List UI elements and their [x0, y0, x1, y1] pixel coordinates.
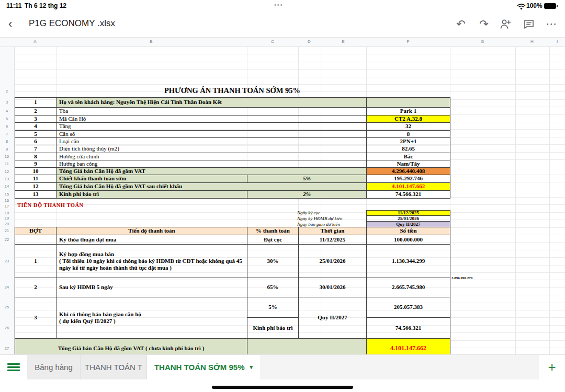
row-header-21[interactable]: 21	[0, 228, 14, 233]
cell-b7-unit-no-label[interactable]: Căn số	[56, 131, 367, 138]
row-header-16[interactable]: 16	[0, 198, 14, 203]
cell-a8[interactable]: 6	[15, 138, 56, 145]
cell-b9-area-label[interactable]: Diện tích thông thủy (m2)	[56, 145, 367, 153]
sheet-menu-button[interactable]	[0, 355, 27, 379]
redo-icon[interactable]: ↷	[476, 16, 492, 32]
cell-e25-time[interactable]: Quý II/2027	[299, 297, 367, 339]
cell-total-label[interactable]: Tổng Giá bán Căn Hộ đã gồm VAT ( chưa ki…	[15, 339, 247, 354]
row-header-15[interactable]: 15	[0, 192, 14, 197]
cell-b3-customer-name[interactable]: Họ và tên khách hàng: Nguyễn Thệ Hiện Cá…	[56, 98, 367, 108]
cell-f7-unit-no[interactable]: 8	[367, 131, 450, 138]
cell-b5-unit-code-label[interactable]: Mã Căn Hộ	[56, 116, 367, 123]
column-header-F[interactable]: F	[407, 39, 410, 44]
cell-a6[interactable]: 4	[15, 123, 56, 131]
row-header-9[interactable]: 9	[0, 147, 14, 152]
cell-a24-stage[interactable]: 2	[15, 278, 56, 297]
cell-b23-desc[interactable]: Ký hợp đồng mua bán ( Tối thiểu 10 ngày …	[56, 245, 247, 278]
cell-f4-tower[interactable]: Park 1	[367, 108, 450, 116]
home-indicator[interactable]	[212, 386, 353, 389]
cell-b14-net-price-label[interactable]: Tổng Giá bán Căn Hộ đã gồm VAT sau chiết…	[56, 183, 367, 191]
column-header-H[interactable]: H	[530, 39, 534, 44]
row-header-12[interactable]: 12	[0, 169, 14, 174]
row-header-26[interactable]: 26	[0, 326, 14, 330]
cell-f14-net-price[interactable]: 4.101.147.662	[367, 183, 450, 191]
row-header-14[interactable]: 14	[0, 184, 14, 189]
row-header-25[interactable]: 25	[0, 305, 14, 309]
cell-f22-amount[interactable]: 100.000.000	[367, 235, 450, 245]
cell-f11-balcony[interactable]: Nam/Tây	[367, 160, 450, 168]
row-header-13[interactable]: 13	[0, 177, 14, 181]
tab-bang-hang[interactable]: Bảng hàng	[27, 355, 81, 379]
header-stage[interactable]: ĐỢT	[15, 227, 56, 235]
cell-f24-amount[interactable]: 2.665.745.980	[367, 278, 450, 297]
header-percent[interactable]: % thanh toán	[247, 227, 299, 235]
row-header-27[interactable]: 27	[0, 346, 14, 351]
cell-b15-maintenance-label[interactable]: Kinh phí bảo trì	[56, 191, 247, 199]
cell-f6-floor[interactable]: 32	[367, 123, 450, 131]
cell-a4[interactable]: 2	[15, 108, 56, 116]
cell-b13-discount-label[interactable]: Chiết khấu thanh toán sớm	[56, 175, 247, 183]
comments-icon[interactable]	[521, 16, 537, 32]
column-header-D[interactable]: D	[308, 39, 311, 44]
column-header-A[interactable]: A	[33, 39, 36, 44]
handover-date-label[interactable]: Ngày bàn giao dự kiến	[297, 222, 340, 227]
deposit-date-value[interactable]: 11/12/2025	[367, 211, 450, 216]
cell-b10-door-label[interactable]: Hướng cửa chính	[56, 153, 367, 160]
side-note-value[interactable]: 3.896.090.279	[451, 276, 472, 280]
undo-icon[interactable]: ↶	[453, 16, 469, 32]
cell-a12[interactable]: 10	[15, 168, 56, 175]
column-header-E[interactable]: E	[342, 39, 344, 44]
cell-c13-discount-pct[interactable]: 5%	[247, 175, 367, 183]
cell-a15[interactable]: 13	[15, 191, 56, 199]
cell-c26-maintenance[interactable]: Kinh phí bảo trì	[247, 318, 299, 339]
cell-c22-percent[interactable]: Đặt cọc	[247, 235, 299, 245]
cell-a23-stage[interactable]: 1	[15, 245, 56, 278]
more-menu-icon[interactable]: ⋯	[543, 16, 560, 32]
cell-f25-amount[interactable]: 205.057.383	[367, 297, 450, 318]
contract-date-label[interactable]: Ngày ký HĐMB dự kiến	[297, 216, 342, 221]
cell-f13-discount-amount[interactable]: 195.292.746	[367, 175, 450, 183]
cell-a13[interactable]: 11	[15, 175, 56, 183]
cell-b12-total-price-label[interactable]: Tổng Giá bán Căn Hộ đã gồm VAT	[56, 168, 367, 175]
row-header-19[interactable]: 19	[0, 216, 14, 221]
deposit-date-label[interactable]: Ngày ký cọc	[297, 210, 320, 215]
cell-f5-unit-code[interactable]: CT2 A.32.8	[367, 116, 450, 123]
cell-total-spacer[interactable]	[247, 339, 367, 354]
row-header-20[interactable]: 20	[0, 222, 14, 226]
multitasking-grip-icon[interactable]: •••	[274, 2, 284, 8]
cell-f8-unit-type[interactable]: 2PN+1	[367, 138, 450, 145]
cell-a11[interactable]: 9	[15, 160, 56, 168]
row-header-7[interactable]: 7	[0, 132, 14, 136]
cell-b8-unit-type-label[interactable]: Loại căn	[56, 138, 367, 145]
row-header-18[interactable]: 18	[0, 211, 14, 215]
row-header-6[interactable]: 6	[0, 124, 14, 129]
row-header-24[interactable]: 24	[0, 285, 14, 290]
cell-a14[interactable]: 12	[15, 183, 56, 191]
cell-b22-desc[interactable]: Ký thỏa thuận đặt mua	[56, 235, 247, 245]
row-header-2[interactable]: 2	[0, 89, 14, 94]
row-header-5[interactable]: 5	[0, 117, 14, 121]
cell-a7[interactable]: 5	[15, 131, 56, 138]
add-sheet-button[interactable]: +	[539, 355, 565, 379]
row-header-22[interactable]: 22	[0, 237, 14, 242]
cell-b4-tower-label[interactable]: Tòa	[56, 108, 367, 116]
cell-c15-maintenance-pct[interactable]: 2%	[247, 191, 367, 199]
cell-total-amount[interactable]: 4.101.147.662	[367, 339, 450, 354]
row-header-11[interactable]: 11	[0, 162, 14, 166]
cell-a9[interactable]: 7	[15, 145, 56, 153]
cell-b11-balcony-label[interactable]: Hướng ban công	[56, 160, 367, 168]
row-header-10[interactable]: 10	[0, 154, 14, 159]
cell-b25-desc[interactable]: Khi có thông báo bàn giao căn hộ ( dự ki…	[56, 297, 247, 339]
share-add-person-icon[interactable]	[497, 16, 514, 32]
cell-c23-percent[interactable]: 30%	[247, 245, 299, 278]
cell-f3[interactable]	[367, 98, 450, 108]
cell-a25-stage[interactable]: 3	[15, 297, 56, 339]
cell-a22[interactable]	[15, 235, 56, 245]
row-header-23[interactable]: 23	[0, 259, 14, 263]
cell-b6-floor-label[interactable]: Tầng	[56, 123, 367, 131]
tab-thanh-toan-som-95-active[interactable]: THANH TOÁN SỚM 95% ▾	[147, 355, 260, 379]
section-title-payment-progress[interactable]: TIẾN ĐỘ THANH TOÁN	[17, 202, 84, 208]
cell-a5[interactable]: 3	[15, 116, 56, 123]
cell-e23-time[interactable]: 25/01/2026	[299, 245, 367, 278]
tab-thanh-toan[interactable]: THANH TOÁN T	[81, 355, 147, 379]
